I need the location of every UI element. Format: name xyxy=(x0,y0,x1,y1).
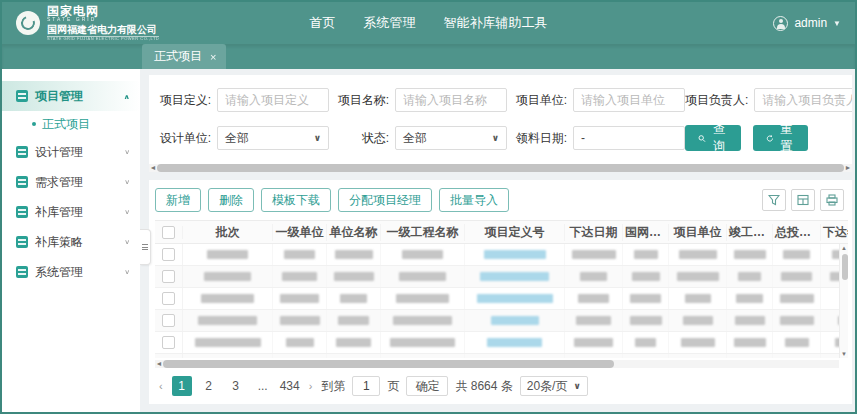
delete-button[interactable]: 删除 xyxy=(208,188,254,212)
template-download-button[interactable]: 模板下载 xyxy=(261,188,331,212)
print-icon[interactable] xyxy=(820,189,844,211)
col-completion-year[interactable]: 竣工年份 xyxy=(727,224,773,241)
row-checkbox[interactable] xyxy=(162,336,175,349)
project-definition-label: 项目定义: xyxy=(151,92,217,109)
redacted-link[interactable] xyxy=(491,316,539,325)
page-button-2[interactable]: 2 xyxy=(199,376,219,396)
row-checkbox[interactable] xyxy=(162,292,175,305)
nav-smart-replenish-tool[interactable]: 智能补库辅助工具 xyxy=(444,14,548,32)
project-unit-input[interactable] xyxy=(573,88,685,112)
redacted-text xyxy=(282,272,317,281)
select-all-checkbox[interactable] xyxy=(162,226,175,239)
col-first-level-unit[interactable]: 一级单位 xyxy=(273,224,327,241)
nav-system-management[interactable]: 系统管理 xyxy=(364,14,416,32)
reset-button[interactable]: 重置 xyxy=(753,125,809,151)
assign-project-manager-button[interactable]: 分配项目经理 xyxy=(338,188,432,212)
user-menu[interactable]: admin ▼ xyxy=(773,16,841,31)
table-horizontal-scrollbar[interactable]: ◄ xyxy=(155,360,839,368)
redacted-text xyxy=(783,250,810,259)
chevron-down-icon: ∨ xyxy=(314,133,321,143)
sidebar-item-demand-management[interactable]: 需求管理 xyxy=(2,167,140,197)
col-issue-date[interactable]: 下达日期 xyxy=(565,224,623,241)
page-button-3[interactable]: 3 xyxy=(226,376,246,396)
sidebar-item-system-management[interactable]: 系统管理 xyxy=(2,257,140,287)
redacted-link[interactable] xyxy=(477,294,553,303)
form-horizontal-scrollbar[interactable]: ◄ ► xyxy=(149,164,852,172)
scroll-left-icon[interactable]: ◄ xyxy=(149,164,157,172)
close-icon[interactable]: × xyxy=(210,51,216,63)
redacted-text xyxy=(578,294,609,303)
col-total-investment[interactable]: 总投资（... xyxy=(773,224,821,241)
project-name-input[interactable] xyxy=(395,88,507,112)
table-panel: 新增 删除 模板下载 分配项目经理 批量导入 xyxy=(149,180,852,404)
page-button-1[interactable]: 1 xyxy=(172,376,192,396)
row-checkbox[interactable] xyxy=(162,270,175,283)
add-button[interactable]: 新增 xyxy=(155,188,201,212)
warehouse-icon xyxy=(16,206,28,218)
redacted-text xyxy=(201,294,254,303)
page-unit-label: 页 xyxy=(387,378,399,395)
scrollbar-thumb[interactable] xyxy=(163,360,614,368)
redacted-text xyxy=(336,338,371,347)
page-button-434[interactable]: 434 xyxy=(280,376,300,396)
sidebar-item-formal-project[interactable]: 正式项目 xyxy=(2,111,140,137)
scroll-right-icon[interactable]: ► xyxy=(844,164,852,172)
redacted-link[interactable] xyxy=(487,338,542,347)
col-project-unit[interactable]: 项目单位 xyxy=(669,224,727,241)
material-date-input[interactable] xyxy=(573,126,685,150)
document-icon xyxy=(16,146,28,158)
col-unit-name[interactable]: 单位名称 xyxy=(327,224,381,241)
redacted-text xyxy=(736,294,763,303)
confirm-page-button[interactable]: 确定 xyxy=(406,376,448,396)
scroll-down-icon[interactable]: ▼ xyxy=(840,351,848,357)
total-count-label: 共 8664 条 xyxy=(455,378,512,395)
redacted-text xyxy=(781,272,812,281)
page-number-input[interactable] xyxy=(352,376,380,396)
filter-icon[interactable] xyxy=(762,189,786,211)
sidebar-item-project-management[interactable]: 项目管理 xyxy=(2,81,140,111)
row-checkbox[interactable] xyxy=(162,248,175,261)
nav-home[interactable]: 首页 xyxy=(310,14,336,32)
col-batch[interactable]: 批次 xyxy=(183,224,273,241)
scrollbar-thumb[interactable] xyxy=(842,254,848,280)
design-unit-label: 设计单位: xyxy=(151,130,217,147)
col-first-level-project-name[interactable]: 一级工程名称 xyxy=(381,224,465,241)
col-issue-year-investment[interactable]: 下达年份投资（万元） xyxy=(821,224,848,241)
scroll-left-icon[interactable]: ◄ xyxy=(155,360,163,368)
sidebar-item-replenish-strategy[interactable]: 补库策略 xyxy=(2,227,140,257)
app-window: 国家电网 STATE GRID 国网福建省电力有限公司 STATE GRID F… xyxy=(0,0,857,414)
page-size-select[interactable]: 20条/页 ∨ xyxy=(520,376,588,396)
table-vertical-scrollbar[interactable]: ▲ ▼ xyxy=(839,244,848,358)
redacted-link[interactable] xyxy=(480,272,549,281)
tab-bar: 正式项目 × xyxy=(2,44,855,69)
folder-icon xyxy=(16,90,28,102)
logo: 国家电网 STATE GRID 国网福建省电力有限公司 STATE GRID F… xyxy=(16,5,159,42)
goto-label: 到第 xyxy=(321,378,345,395)
chevron-down-icon xyxy=(124,238,130,245)
page-ellipsis: ... xyxy=(253,376,273,396)
redacted-text xyxy=(396,294,449,303)
refresh-icon xyxy=(766,133,774,144)
query-button[interactable]: 查询 xyxy=(685,125,741,151)
prev-page-icon[interactable]: ‹ xyxy=(157,380,165,392)
tab-formal-project[interactable]: 正式项目 × xyxy=(142,44,226,69)
project-definition-input[interactable] xyxy=(217,88,329,112)
next-page-icon[interactable]: › xyxy=(307,380,315,392)
batch-import-button[interactable]: 批量导入 xyxy=(439,188,509,212)
redacted-link[interactable] xyxy=(484,250,546,259)
table-row xyxy=(155,244,839,266)
column-settings-icon[interactable] xyxy=(791,189,815,211)
sidebar-collapse-handle[interactable] xyxy=(140,229,151,265)
status-select[interactable]: 全部 ∨ xyxy=(395,126,507,150)
scroll-up-icon[interactable]: ▲ xyxy=(840,245,848,251)
col-grid-category[interactable]: 国网分类 xyxy=(623,224,669,241)
sidebar-item-replenish-management[interactable]: 补库管理 xyxy=(2,197,140,227)
design-unit-select[interactable]: 全部 ∨ xyxy=(217,126,329,150)
project-manager-input[interactable] xyxy=(754,88,852,112)
scrollbar-thumb[interactable] xyxy=(157,164,844,172)
table-row xyxy=(155,266,839,288)
project-name-label: 项目名称: xyxy=(329,92,395,109)
row-checkbox[interactable] xyxy=(162,314,175,327)
col-project-definition-no[interactable]: 项目定义号 xyxy=(465,224,565,241)
sidebar-item-design-management[interactable]: 设计管理 xyxy=(2,137,140,167)
